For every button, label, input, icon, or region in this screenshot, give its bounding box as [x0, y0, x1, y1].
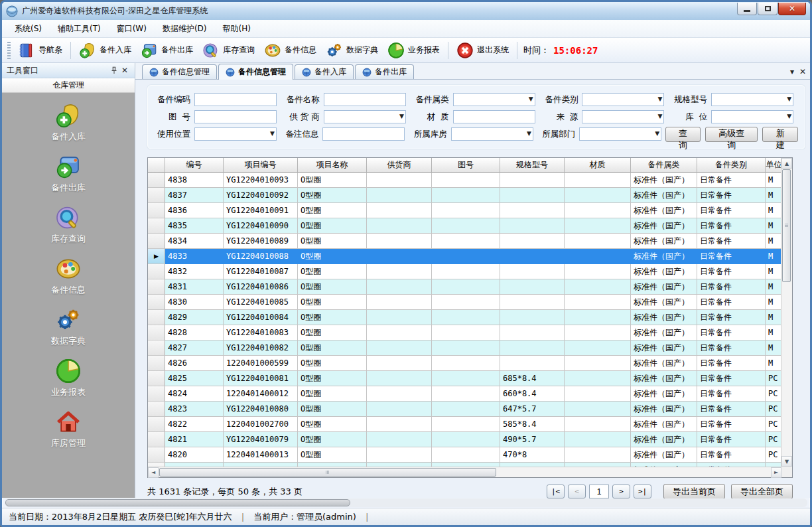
field-select-备件属类[interactable]: ▼ [453, 93, 535, 106]
sidebar-item-备件信息[interactable]: 备件信息 [29, 253, 108, 299]
column-header-备件属类[interactable]: 备件属类 [631, 158, 697, 173]
page-number-input[interactable] [589, 485, 609, 498]
sidebar-item-库房管理[interactable]: 库房管理 [29, 406, 108, 452]
tab-4-备件出库[interactable]: 备件出库 [355, 64, 414, 79]
next-page-button[interactable]: > [612, 485, 630, 498]
column-header-项目编号[interactable]: 项目编号 [224, 158, 298, 173]
menu-item-5[interactable]: 帮助(H) [216, 21, 258, 37]
pin-icon[interactable] [109, 65, 119, 76]
field-input-备件编码[interactable] [194, 93, 277, 106]
column-header-项目名称[interactable]: 项目名称 [298, 158, 367, 173]
table-row[interactable]: 4829YG12204010084O型圈标准件（国产）日常备件M [148, 310, 781, 325]
maximize-button[interactable] [758, 3, 778, 15]
table-row[interactable]: 4832YG12204010087O型圈标准件（国产）日常备件M [148, 264, 781, 279]
column-header-备件类别[interactable]: 备件类别 [697, 158, 766, 173]
column-header-编号[interactable]: 编号 [165, 158, 224, 173]
table-cell: 标准件（国产） [631, 203, 697, 218]
tab-3-备件入库[interactable]: 备件入库 [295, 64, 354, 79]
table-row[interactable]: 4837YG12204010092O型圈标准件（国产）日常备件M [148, 188, 781, 203]
table-row[interactable]: 4836YG12204010091O型圈标准件（国产）日常备件M [148, 203, 781, 218]
tab-2-备件信息管理[interactable]: 备件信息管理 [218, 64, 293, 80]
toolbar-button-业务报表[interactable]: 业务报表 [383, 40, 444, 61]
grid-horizontal-scrollbar[interactable]: ◄ ► [148, 467, 781, 477]
table-row[interactable]: 48241220401400012O型圈660*8.4标准件（国产）日常备件PC [148, 386, 781, 402]
close-icon: ✕ [789, 4, 795, 13]
toolbar-button-备件出库[interactable]: 备件出库 [136, 40, 198, 61]
first-page-button[interactable]: |< [547, 485, 565, 498]
field-input-材质[interactable] [453, 110, 535, 123]
menu-item-3[interactable]: 窗口(W) [109, 21, 154, 37]
table-row[interactable]: 4834YG12204010089O型圈标准件（国产）日常备件M [148, 234, 781, 249]
tab-1-备件信息管理[interactable]: 备件信息管理 [142, 64, 217, 79]
table-row[interactable]: 4835YG12204010090O型圈标准件（国产）日常备件M [148, 218, 781, 234]
window-hscroll-thumb[interactable] [5, 499, 350, 506]
table-row[interactable]: 48201220401400013O型圈470*8标准件（国产）日常备件PC [148, 447, 781, 463]
sidebar-item-库存查询[interactable]: 库存查询 [29, 202, 108, 248]
table-row[interactable]: 4827YG12204010082O型圈标准件（国产）日常备件M [148, 340, 781, 356]
table-row[interactable]: 4825YG12204010081O型圈685*8.4标准件（国产）日常备件PC [148, 371, 781, 386]
field-select-使用位置[interactable]: ▼ [194, 127, 277, 141]
field-input-备件名称[interactable] [324, 93, 406, 106]
table-cell: 标准件（国产） [631, 218, 697, 234]
chevron-down-icon[interactable]: ▾ [790, 67, 794, 76]
toolbar-button-备件入库[interactable]: 备件入库 [74, 40, 136, 61]
button-新建[interactable]: 新建 [762, 127, 798, 142]
field-select-备件类别[interactable]: ▼ [582, 93, 664, 106]
table-row[interactable]: 48221220401002700O型圈585*8.4标准件（国产）日常备件PC [148, 417, 781, 432]
toolbar-button-数据字典[interactable]: 数据字典 [321, 40, 383, 61]
toolbar-button-导航条[interactable]: 导航条 [13, 40, 67, 61]
hscroll-thumb[interactable] [159, 468, 496, 477]
table-row[interactable]: 4838YG12204010093O型圈标准件（国产）日常备件M [148, 173, 781, 188]
export-current-page-button[interactable]: 导出当前页 [663, 484, 725, 499]
vscroll-thumb[interactable] [782, 169, 791, 282]
button-查询[interactable]: 查询 [665, 127, 701, 142]
sidebar-item-业务报表[interactable]: 业务报表 [29, 355, 108, 401]
row-selector-cell [148, 264, 165, 279]
menu-item-4[interactable]: 数据维护(D) [155, 21, 214, 37]
grid-vertical-scrollbar[interactable]: ▲ ▼ [781, 158, 792, 467]
field-select-库位[interactable]: ▼ [711, 110, 793, 123]
table-row[interactable]: 48261220401000599O型圈标准件（国产）日常备件M [148, 356, 781, 371]
scroll-right-icon[interactable]: ► [771, 467, 781, 478]
table-row[interactable]: 4828YG12204010083O型圈标准件（国产）日常备件M [148, 325, 781, 340]
field-select-来源[interactable]: ▼ [582, 110, 664, 123]
menu-item-2[interactable]: 辅助工具(T) [50, 21, 108, 37]
toolbar-button-备件信息[interactable]: 备件信息 [259, 40, 321, 61]
column-header-供货商[interactable]: 供货商 [367, 158, 432, 173]
scroll-up-icon[interactable]: ▲ [781, 158, 792, 169]
sidebar-close-icon[interactable]: ✕ [119, 65, 130, 76]
export-all-pages-button[interactable]: 导出全部页 [731, 484, 793, 499]
sidebar-item-备件出库[interactable]: 备件出库 [29, 151, 108, 196]
close-button[interactable]: ✕ [778, 3, 806, 15]
table-row[interactable]: ▶4833YG12204010088O型圈标准件（国产）日常备件M [148, 249, 781, 264]
window-horizontal-scrollbar[interactable] [5, 498, 807, 507]
column-header-材质[interactable]: 材质 [565, 158, 631, 173]
toolbar-button-退出系统[interactable]: 退出系统 [452, 40, 513, 61]
row-selector-cell [148, 356, 165, 371]
column-header-图号[interactable]: 图号 [432, 158, 500, 173]
button-高级查询[interactable]: 高级查询 [705, 127, 758, 142]
table-cell [367, 234, 432, 249]
last-page-button[interactable]: >| [634, 485, 651, 498]
scroll-left-icon[interactable]: ◄ [148, 467, 159, 478]
prev-page-button[interactable]: < [568, 485, 586, 498]
tabstrip-close-icon[interactable]: ✕ [799, 67, 806, 76]
table-row[interactable]: 4821YG12204010079O型圈490*5.7标准件（国产）日常备件PC [148, 432, 781, 447]
row-selector-cell [148, 417, 165, 432]
field-input-备注信息[interactable] [322, 127, 405, 141]
field-select-所属库房[interactable]: ▼ [451, 127, 533, 141]
field-select-规格型号[interactable]: ▼ [711, 93, 793, 106]
scroll-down-icon[interactable]: ▼ [781, 456, 792, 467]
column-header-规格型号[interactable]: 规格型号 [500, 158, 565, 173]
sidebar-item-数据字典[interactable]: 数据字典 [29, 304, 108, 350]
table-row[interactable]: 4823YG12204010080O型圈647*5.7标准件（国产）日常备件PC [148, 402, 781, 417]
toolbar-button-库存查询[interactable]: 库存查询 [198, 40, 259, 61]
sidebar-item-备件入库[interactable]: 备件入库 [29, 100, 108, 145]
field-select-供货商[interactable]: ▼ [324, 110, 406, 123]
field-input-图号[interactable] [194, 110, 277, 123]
minimize-button[interactable] [737, 3, 757, 15]
table-row[interactable]: 4830YG12204010085O型圈标准件（国产）日常备件M [148, 295, 781, 310]
field-select-所属部门[interactable]: ▼ [579, 127, 661, 141]
menu-item-1[interactable]: 系统(S) [7, 21, 49, 37]
table-row[interactable]: 4831YG12204010086O型圈标准件（国产）日常备件M [148, 279, 781, 295]
